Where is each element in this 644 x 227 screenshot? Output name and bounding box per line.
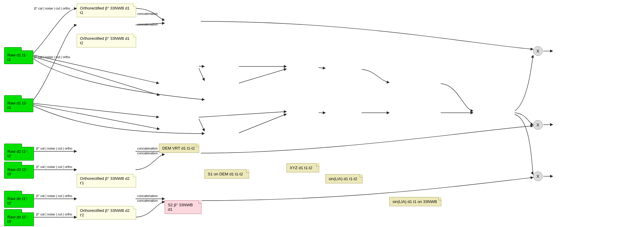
edge-beta-6: β° cal | noise | cut | ortho <box>36 212 72 216</box>
xyz-d1-note[interactable]: XYZ d1 t1-t2 <box>286 163 319 172</box>
label: DEM VRT d1 t1-t2 <box>162 146 195 150</box>
ortho-d2-t1-note[interactable]: Orthorectified β° 33NWB d2 t'1 <box>77 174 136 188</box>
edge-beta-4: β° cal | noise | cut | ortho <box>36 165 72 169</box>
edge-concat-5: concatenation <box>137 194 158 198</box>
raw-d1-t2t3-folder[interactable]: Raw d1 t2-t3 <box>4 99 33 112</box>
sinlia-d1-on-33nwb-note[interactable]: sin(LIA) d1 t1 on 33NWB <box>389 197 441 206</box>
edge-beta-5: β° cal | noise | cut | ortho <box>36 194 72 198</box>
label: Raw d1 t1-t2 <box>7 53 30 62</box>
multiply-d1-circle[interactable]: X <box>533 46 543 56</box>
raw-d2-t2t3-folder[interactable]: Raw d2 t2'-t3' <box>4 165 34 179</box>
s1-on-dem-d1-note[interactable]: S1 on DEM d1 t1-t2 <box>204 169 249 179</box>
dem-vrt-d1-note[interactable]: DEM VRT d1 t1-t2 <box>159 144 199 153</box>
ortho-d1-t2-note[interactable]: Orthorectified β° 33NWB d1 t2 <box>77 34 136 47</box>
ortho-d1-t1-note[interactable]: Orthorectified β° 33NWB d1 t1 <box>77 4 136 17</box>
edge-concat-1: concatenation <box>137 12 158 15</box>
edge-concat-6: concatenation <box>137 199 158 202</box>
label: Raw d1 t2-t3 <box>7 101 30 110</box>
label: sin(LIA) d1 t1-t2 <box>329 177 357 181</box>
edge-concat-2: concatenation <box>137 23 158 26</box>
sinlia-d1-note[interactable]: sin(LIA) d1 t1-t2 <box>325 174 363 183</box>
raw-dn-t1t2-folder[interactable]: Raw dn t1'-t2' <box>4 194 34 208</box>
s2-beta-d1-note[interactable]: S2 β° 33NWB d1 <box>165 200 201 214</box>
label: Orthorectified β° 33NWB d1 t2 <box>80 36 133 45</box>
raw-d1-t1t2-folder[interactable]: Raw d1 t1-t2 <box>4 50 33 64</box>
edge-beta-3: β° cal | noise | cut | ortho <box>36 147 72 150</box>
label: sin(LIA) d1 t1 on 33NWB <box>393 199 437 204</box>
label: X <box>536 123 539 127</box>
label: Raw dn t1'-t2' <box>7 196 31 205</box>
edge-beta-2: β° cal | noise | cut | ortho <box>34 55 70 59</box>
label: S1 on DEM d1 t1-t2 <box>208 172 243 176</box>
ortho-d2-t2-note[interactable]: Orthorectified β° 33NWB d2 t'2 <box>77 206 136 220</box>
label: X <box>536 174 539 179</box>
label: Orthorectified β° 33NWB d2 t'1 <box>80 176 133 185</box>
label: S2 β° 33NWB d1 <box>168 203 198 212</box>
edge-concat-3: concatenation <box>137 147 158 150</box>
label: XYZ d1 t1-t2 <box>290 166 312 170</box>
raw-d2-t1t2-folder[interactable]: Raw d2 t1'-t2' <box>4 147 34 161</box>
label: Orthorectified β° 33NWB d1 t1 <box>80 6 133 15</box>
label: Orthorectified β° 33NWB d2 t'2 <box>80 208 133 217</box>
raw-dn-t2t3-folder[interactable]: Raw dn t2'-t3' <box>4 212 34 226</box>
edge-beta-1: β° cal | noise | cut | ortho <box>34 7 70 10</box>
edge-concat-4: concatenation <box>137 151 158 155</box>
multiply-d2-circle[interactable]: X <box>533 120 543 130</box>
multiply-dn-circle[interactable]: X <box>533 172 543 181</box>
label: Raw d2 t1'-t2' <box>7 149 31 158</box>
label: X <box>536 49 539 53</box>
label: Raw d2 t2'-t3' <box>7 167 31 176</box>
label: Raw dn t2'-t3' <box>7 215 31 224</box>
